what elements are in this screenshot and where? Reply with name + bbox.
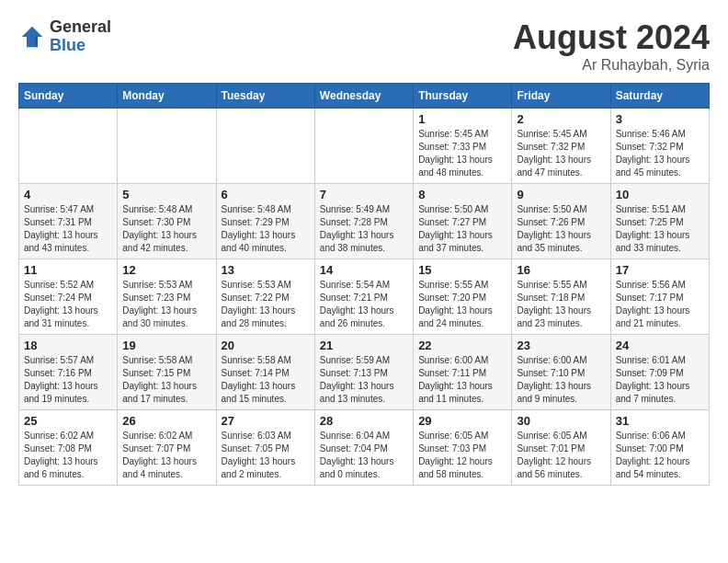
day-number: 18 xyxy=(24,339,112,352)
day-info: Sunrise: 6:00 AM Sunset: 7:11 PM Dayligh… xyxy=(418,354,506,406)
weekday-header: Monday xyxy=(118,84,216,109)
day-info: Sunrise: 6:00 AM Sunset: 7:10 PM Dayligh… xyxy=(517,354,605,406)
day-number: 24 xyxy=(616,339,704,352)
calendar-cell: 3Sunrise: 5:46 AM Sunset: 7:32 PM Daylig… xyxy=(610,109,709,184)
day-number: 19 xyxy=(122,339,210,352)
day-number: 4 xyxy=(24,188,112,201)
day-number: 8 xyxy=(418,188,506,201)
day-info: Sunrise: 5:45 AM Sunset: 7:33 PM Dayligh… xyxy=(418,128,506,179)
day-info: Sunrise: 5:56 AM Sunset: 7:17 PM Dayligh… xyxy=(616,279,704,330)
day-number: 11 xyxy=(24,263,112,277)
calendar-cell xyxy=(118,109,216,184)
day-number: 20 xyxy=(222,339,310,352)
day-number: 28 xyxy=(320,414,408,428)
day-info: Sunrise: 5:47 AM Sunset: 7:31 PM Dayligh… xyxy=(24,203,112,255)
day-number: 10 xyxy=(616,188,704,201)
calendar-week-row: 11Sunrise: 5:52 AM Sunset: 7:24 PM Dayli… xyxy=(19,259,710,335)
calendar-week-row: 1Sunrise: 5:45 AM Sunset: 7:33 PM Daylig… xyxy=(19,109,710,184)
calendar-cell: 8Sunrise: 5:50 AM Sunset: 7:27 PM Daylig… xyxy=(414,184,512,259)
logo: General Blue xyxy=(18,18,111,55)
calendar-cell: 15Sunrise: 5:55 AM Sunset: 7:20 PM Dayli… xyxy=(414,259,512,335)
svg-marker-1 xyxy=(22,27,43,48)
day-number: 29 xyxy=(418,414,506,428)
calendar-cell: 10Sunrise: 5:51 AM Sunset: 7:25 PM Dayli… xyxy=(610,184,709,259)
calendar-cell: 13Sunrise: 5:53 AM Sunset: 7:22 PM Dayli… xyxy=(216,259,314,335)
weekday-header: Sunday xyxy=(19,84,118,109)
day-number: 30 xyxy=(517,414,605,428)
day-info: Sunrise: 5:53 AM Sunset: 7:23 PM Dayligh… xyxy=(122,279,210,330)
day-info: Sunrise: 5:52 AM Sunset: 7:24 PM Dayligh… xyxy=(24,279,112,330)
logo-general-text: General xyxy=(50,18,111,37)
calendar-cell: 21Sunrise: 5:59 AM Sunset: 7:13 PM Dayli… xyxy=(314,335,413,410)
day-info: Sunrise: 5:55 AM Sunset: 7:20 PM Dayligh… xyxy=(418,279,506,330)
calendar-table: SundayMondayTuesdayWednesdayThursdayFrid… xyxy=(18,83,710,486)
day-number: 25 xyxy=(24,414,112,428)
day-info: Sunrise: 6:02 AM Sunset: 7:07 PM Dayligh… xyxy=(122,430,210,481)
day-info: Sunrise: 5:53 AM Sunset: 7:22 PM Dayligh… xyxy=(222,279,310,330)
day-info: Sunrise: 5:58 AM Sunset: 7:14 PM Dayligh… xyxy=(222,354,310,406)
calendar-cell: 20Sunrise: 5:58 AM Sunset: 7:14 PM Dayli… xyxy=(216,335,314,410)
day-info: Sunrise: 5:50 AM Sunset: 7:27 PM Dayligh… xyxy=(418,203,506,255)
day-number: 27 xyxy=(222,414,310,428)
day-info: Sunrise: 5:57 AM Sunset: 7:16 PM Dayligh… xyxy=(24,354,112,406)
day-number: 7 xyxy=(320,188,408,201)
day-number: 1 xyxy=(418,112,506,126)
calendar-cell: 16Sunrise: 5:55 AM Sunset: 7:18 PM Dayli… xyxy=(512,259,610,335)
calendar-cell: 27Sunrise: 6:03 AM Sunset: 7:05 PM Dayli… xyxy=(216,410,314,486)
day-info: Sunrise: 5:45 AM Sunset: 7:32 PM Dayligh… xyxy=(517,128,605,179)
day-number: 6 xyxy=(222,188,310,201)
calendar-cell: 1Sunrise: 5:45 AM Sunset: 7:33 PM Daylig… xyxy=(414,109,512,184)
day-info: Sunrise: 5:55 AM Sunset: 7:18 PM Dayligh… xyxy=(517,279,605,330)
day-number: 15 xyxy=(418,263,506,277)
day-number: 9 xyxy=(517,188,605,201)
day-info: Sunrise: 5:49 AM Sunset: 7:28 PM Dayligh… xyxy=(320,203,408,255)
calendar-week-row: 18Sunrise: 5:57 AM Sunset: 7:16 PM Dayli… xyxy=(19,335,710,410)
calendar-cell: 24Sunrise: 6:01 AM Sunset: 7:09 PM Dayli… xyxy=(610,335,709,410)
weekday-header: Saturday xyxy=(610,84,709,109)
logo-blue-text: Blue xyxy=(50,37,111,55)
calendar-cell: 25Sunrise: 6:02 AM Sunset: 7:08 PM Dayli… xyxy=(19,410,118,486)
calendar-cell: 5Sunrise: 5:48 AM Sunset: 7:30 PM Daylig… xyxy=(118,184,216,259)
calendar-cell: 18Sunrise: 5:57 AM Sunset: 7:16 PM Dayli… xyxy=(19,335,118,410)
day-number: 31 xyxy=(616,414,704,428)
day-number: 17 xyxy=(616,263,704,277)
day-number: 16 xyxy=(517,263,605,277)
day-number: 21 xyxy=(320,339,408,352)
month-title: August 2024 xyxy=(513,18,710,57)
day-number: 12 xyxy=(122,263,210,277)
calendar-cell xyxy=(19,109,118,184)
day-number: 3 xyxy=(616,112,704,126)
day-info: Sunrise: 6:05 AM Sunset: 7:01 PM Dayligh… xyxy=(517,430,605,481)
day-number: 2 xyxy=(517,112,605,126)
day-info: Sunrise: 5:46 AM Sunset: 7:32 PM Dayligh… xyxy=(616,128,704,179)
day-info: Sunrise: 6:01 AM Sunset: 7:09 PM Dayligh… xyxy=(616,354,704,406)
day-info: Sunrise: 6:05 AM Sunset: 7:03 PM Dayligh… xyxy=(418,430,506,481)
calendar-cell: 2Sunrise: 5:45 AM Sunset: 7:32 PM Daylig… xyxy=(512,109,610,184)
day-info: Sunrise: 6:06 AM Sunset: 7:00 PM Dayligh… xyxy=(616,430,704,481)
calendar-cell: 23Sunrise: 6:00 AM Sunset: 7:10 PM Dayli… xyxy=(512,335,610,410)
calendar-cell: 12Sunrise: 5:53 AM Sunset: 7:23 PM Dayli… xyxy=(118,259,216,335)
location-subtitle: Ar Ruhaybah, Syria xyxy=(513,57,710,74)
day-info: Sunrise: 5:50 AM Sunset: 7:26 PM Dayligh… xyxy=(517,203,605,255)
calendar-cell: 28Sunrise: 6:04 AM Sunset: 7:04 PM Dayli… xyxy=(314,410,413,486)
calendar-cell: 6Sunrise: 5:48 AM Sunset: 7:29 PM Daylig… xyxy=(216,184,314,259)
weekday-header: Wednesday xyxy=(314,84,413,109)
title-block: August 2024 Ar Ruhaybah, Syria xyxy=(513,18,710,74)
calendar-week-row: 4Sunrise: 5:47 AM Sunset: 7:31 PM Daylig… xyxy=(19,184,710,259)
day-number: 22 xyxy=(418,339,506,352)
day-info: Sunrise: 5:59 AM Sunset: 7:13 PM Dayligh… xyxy=(320,354,408,406)
calendar-cell xyxy=(216,109,314,184)
calendar-cell: 9Sunrise: 5:50 AM Sunset: 7:26 PM Daylig… xyxy=(512,184,610,259)
calendar-cell: 11Sunrise: 5:52 AM Sunset: 7:24 PM Dayli… xyxy=(19,259,118,335)
day-info: Sunrise: 6:02 AM Sunset: 7:08 PM Dayligh… xyxy=(24,430,112,481)
weekday-header: Friday xyxy=(512,84,610,109)
day-number: 14 xyxy=(320,263,408,277)
day-number: 13 xyxy=(222,263,310,277)
day-number: 5 xyxy=(122,188,210,201)
day-info: Sunrise: 5:48 AM Sunset: 7:29 PM Dayligh… xyxy=(222,203,310,255)
page-header: General Blue August 2024 Ar Ruhaybah, Sy… xyxy=(18,18,710,74)
calendar-cell xyxy=(314,109,413,184)
day-info: Sunrise: 5:58 AM Sunset: 7:15 PM Dayligh… xyxy=(122,354,210,406)
day-info: Sunrise: 5:54 AM Sunset: 7:21 PM Dayligh… xyxy=(320,279,408,330)
calendar-cell: 19Sunrise: 5:58 AM Sunset: 7:15 PM Dayli… xyxy=(118,335,216,410)
